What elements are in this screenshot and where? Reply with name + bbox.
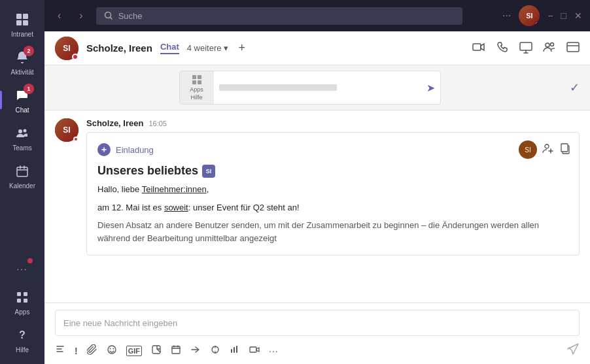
urgent-icon[interactable]: !	[75, 346, 78, 356]
svg-rect-24	[561, 144, 568, 152]
svg-rect-16	[567, 42, 579, 52]
add-tab-button[interactable]: +	[239, 41, 246, 55]
invitation-label: Einladung	[116, 145, 154, 155]
minimize-button[interactable]: −	[547, 10, 553, 21]
message-sender: Scholze, Ireen	[86, 118, 143, 128]
preview-banner: Apps Hilfe ➤ ✓	[44, 65, 590, 110]
message-subtext: Diesen Absatz an andere Benutzer senden,…	[97, 219, 568, 244]
sidebar-item-help[interactable]: ? Hilfe	[0, 321, 44, 359]
svg-rect-12	[473, 44, 481, 50]
svg-rect-3	[23, 20, 28, 25]
search-icon	[104, 11, 113, 20]
sender-status-dot	[73, 137, 78, 142]
sidebar-item-label-calendar: Kalender	[9, 182, 35, 190]
invitation-icon	[97, 143, 111, 156]
sidebar-item-more[interactable]: ···	[0, 254, 44, 283]
top-bar-right: ··· SI − □ ✕	[502, 5, 582, 26]
svg-point-15	[551, 42, 554, 46]
copy-icon[interactable]	[559, 142, 571, 157]
toolbar-more-icon[interactable]: ···	[269, 346, 279, 356]
preview-send-icon: ➤	[426, 82, 435, 94]
user-avatar[interactable]: SI	[519, 5, 540, 26]
activity-icon: 2	[13, 48, 31, 67]
svg-rect-7	[17, 292, 21, 296]
activity-badge: 2	[24, 46, 34, 56]
audio-call-button[interactable]	[496, 41, 509, 56]
emoji-icon[interactable]	[107, 344, 117, 357]
participants-button[interactable]	[543, 41, 556, 56]
check-mark-icon: ✓	[570, 80, 580, 95]
close-button[interactable]: ✕	[574, 10, 582, 21]
svg-rect-13	[520, 42, 532, 50]
more-tabs[interactable]: 4 weitere ▾	[187, 43, 228, 53]
card-action-avatar: SI	[519, 141, 537, 159]
more-header-options-button[interactable]	[566, 41, 580, 56]
nav-forward-button[interactable]: ›	[74, 7, 88, 24]
sidebar-item-apps[interactable]: Apps	[0, 283, 44, 321]
svg-rect-1	[23, 14, 28, 19]
message-container: SI Scholze, Ireen 16:05 Einladung	[44, 110, 590, 263]
intranet-icon	[13, 10, 31, 29]
messages-area: Apps Hilfe ➤ ✓ SI Scholze, Ireen	[44, 65, 590, 303]
sidebar-item-label-teams: Teams	[12, 144, 31, 152]
svg-rect-30	[250, 347, 256, 352]
sidebar-item-label-chat: Chat	[15, 107, 29, 114]
sticker-icon[interactable]	[151, 344, 162, 357]
card-actions: SI	[519, 141, 571, 159]
video-icon[interactable]	[249, 344, 260, 357]
chat-tab[interactable]: Chat	[160, 42, 179, 54]
send-button[interactable]	[566, 342, 580, 359]
message-title: Unseres beliebtes SI	[97, 164, 568, 178]
svg-rect-10	[24, 299, 27, 303]
svg-rect-8	[24, 292, 27, 296]
sidebar-item-activity[interactable]: 2 Aktivität	[0, 43, 44, 81]
svg-point-5	[24, 129, 27, 133]
apps-icon	[13, 288, 31, 306]
svg-rect-19	[192, 80, 196, 84]
svg-point-27	[113, 348, 114, 349]
soweit-link[interactable]: soweit	[164, 203, 188, 212]
svg-rect-0	[16, 14, 22, 19]
sidebar-item-label-intranet: Intranet	[11, 31, 33, 38]
attach-icon[interactable]	[87, 344, 97, 357]
help-icon: ?	[13, 326, 31, 344]
send-forward-icon[interactable]	[190, 344, 201, 357]
chevron-down-icon: ▾	[224, 43, 228, 53]
more-options-button[interactable]: ···	[502, 10, 511, 22]
avatar-status-dot	[534, 21, 540, 26]
participants-link[interactable]: Teilnehmer:innen	[142, 184, 207, 194]
chat-header-actions	[472, 41, 580, 56]
svg-point-22	[545, 144, 549, 148]
message-input[interactable]: Eine neue Nachricht eingeben	[55, 310, 580, 336]
preview-content-bar	[219, 84, 337, 91]
invitation-header: Einladung	[97, 143, 568, 156]
add-participant-icon[interactable]	[542, 142, 554, 157]
maximize-button[interactable]: □	[561, 10, 566, 21]
formatting-toolbar: ! GIF	[55, 341, 580, 360]
video-call-button[interactable]	[472, 41, 485, 56]
loop-icon[interactable]	[210, 344, 220, 357]
search-bar[interactable]: Suche	[96, 7, 462, 25]
sidebar-item-intranet[interactable]: Intranet	[0, 5, 44, 43]
message-body: Scholze, Ireen 16:05 Einladung SI	[86, 118, 580, 256]
sidebar-item-chat[interactable]: 1 Chat	[0, 81, 44, 119]
sidebar-item-teams[interactable]: Teams	[0, 119, 44, 157]
svg-point-26	[109, 348, 111, 349]
gif-icon[interactable]: GIF	[126, 346, 142, 356]
nav-back-button[interactable]: ‹	[52, 7, 66, 24]
svg-rect-2	[16, 20, 22, 25]
sidebar-item-calendar[interactable]: Kalender	[0, 157, 44, 195]
chat-header: SI Scholze, Ireen Chat 4 weitere ▾ +	[44, 31, 590, 65]
svg-rect-17	[192, 75, 196, 79]
schedule-send-icon[interactable]	[171, 344, 181, 357]
main-content: ‹ › Suche ··· SI − □ ✕ SI Scholze, Ireen…	[44, 0, 590, 364]
sidebar: Intranet 2 Aktivität 1 Chat	[0, 0, 44, 364]
screen-share-button[interactable]	[519, 41, 532, 56]
poll-icon[interactable]	[230, 344, 240, 357]
sidebar-item-label-apps: Apps	[15, 308, 30, 316]
calendar-icon	[13, 162, 31, 180]
chat-badge: 1	[24, 84, 34, 94]
format-text-icon[interactable]	[55, 344, 65, 357]
search-placeholder: Suche	[118, 11, 143, 21]
message-greeting: Hallo, liebe Teilnehmer:innen,	[97, 183, 568, 196]
